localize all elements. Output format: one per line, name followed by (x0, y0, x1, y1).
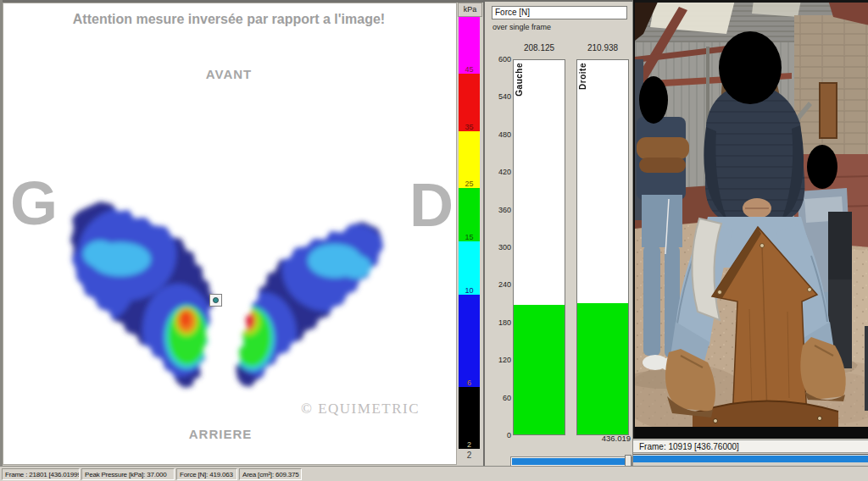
video-frame-bar: Frame: 10919 [436.76000] (633, 440, 868, 453)
left-force-bar: Gauche (513, 59, 565, 435)
left-bar-label: Gauche (515, 63, 524, 97)
back-label: ARRIERE (102, 427, 339, 441)
status-area: Area [cm²]: 609.375 (239, 468, 302, 480)
warning-text: Attention mesure inversée par rapport a … (0, 12, 458, 27)
axis-ticks: 600540480420360300240180120600 (487, 2, 511, 469)
video-scene (635, 0, 868, 439)
scale-segment: 15 (459, 188, 480, 241)
video-letterbox (635, 427, 868, 439)
scale-segment-label: 15 (459, 233, 480, 241)
scale-segment: 2 (459, 387, 480, 449)
scale-unit-label: kPa (458, 3, 482, 17)
axis-tick-label: 360 (487, 206, 511, 214)
scale-segment: 45 (459, 17, 480, 74)
right-bar-value: 210.938 (576, 43, 629, 53)
scale-segment-label: 35 (459, 123, 480, 131)
force-graph-panel: Force [N] over single frame 208.125 210.… (483, 0, 633, 467)
scale-bottom-label: 2 (459, 451, 480, 460)
trackbar-fill (512, 458, 626, 465)
left-side-letter: G (10, 173, 58, 234)
status-frame: Frame : 21801 [436.01999] (2, 468, 80, 480)
scale-segment: 10 (459, 241, 480, 295)
wall-wood-frame (820, 83, 837, 138)
scale-segment-label: 45 (459, 65, 480, 74)
left-bar-value: 208.125 (513, 43, 565, 53)
left-bar-fill (514, 305, 565, 434)
bystander-far-right (865, 326, 868, 411)
front-label: AVANT (0, 67, 458, 81)
color-scale-segments: 453525151062 (459, 17, 480, 449)
blurred-face-rider (719, 31, 782, 104)
status-bar: Frame : 21801 [436.01999] Peak Pressure … (0, 466, 868, 481)
scale-segment: 25 (459, 131, 480, 188)
video-progress-fill (633, 456, 868, 462)
axis-tick-label: 120 (487, 356, 511, 364)
video-progress-bar[interactable] (633, 454, 868, 462)
right-bar-label: Droite (578, 63, 587, 90)
axis-tick-label: 480 (487, 130, 511, 139)
axis-tick-label: 540 (487, 92, 511, 101)
scale-segment-label: 6 (459, 379, 480, 387)
scale-segment: 6 (459, 295, 480, 387)
axis-tick-label: 180 (487, 318, 511, 327)
axis-tick-label: 0 (487, 431, 511, 440)
video-frame-label: Frame: 10919 [436.76000] (639, 442, 739, 451)
scale-segment-label: 10 (459, 286, 480, 295)
blurred-face-right (807, 145, 837, 189)
watermark: © EQUIMETRIC (288, 401, 432, 417)
right-force-bar: Droite (576, 59, 629, 435)
video-frame (633, 0, 868, 439)
blurred-face-left (639, 76, 668, 124)
scale-segment-label: 2 (459, 440, 480, 449)
status-peak-pressure: Peak Pressure [kPa]: 37.000 (81, 468, 175, 480)
time-position-label: 436.019 (578, 434, 631, 443)
axis-tick-label: 60 (487, 394, 511, 402)
right-side-letter: D (409, 174, 453, 235)
axis-tick-label: 600 (487, 55, 511, 64)
marker-dot-icon (213, 297, 219, 303)
measure-mode-select[interactable]: Force [N] (492, 6, 627, 19)
axis-tick-label: 240 (487, 280, 511, 289)
scale-segment-label: 25 (459, 180, 480, 188)
scale-segment: 35 (459, 74, 480, 131)
right-bar-fill (577, 303, 628, 434)
position-marker-icon[interactable] (209, 294, 222, 307)
axis-tick-label: 300 (487, 243, 511, 252)
axis-tick-label: 420 (487, 168, 511, 176)
status-force: Force [N]: 419.063 (176, 468, 237, 480)
